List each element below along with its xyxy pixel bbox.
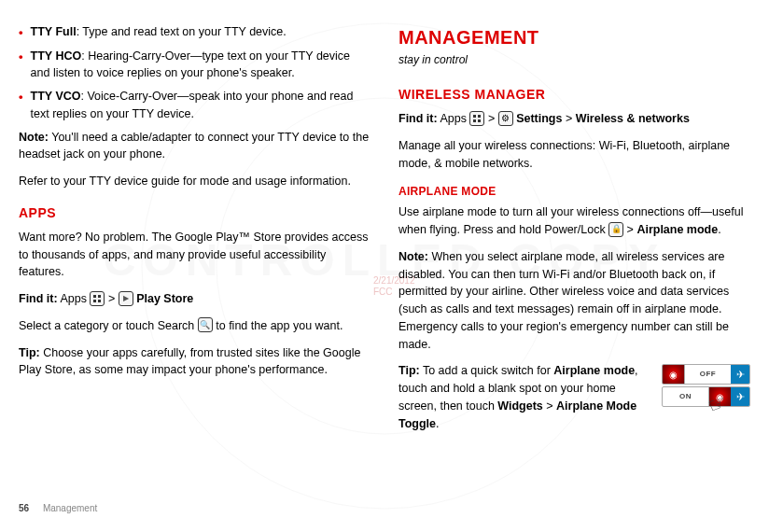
settings-gear-icon [498, 111, 513, 126]
apps-grid-icon [90, 291, 105, 306]
airplane-icon: ✈ [731, 365, 749, 384]
bullet-tty-vco: • TTY VCO: Voice-Carry-Over—speak into y… [19, 88, 371, 123]
tty-refer: Refer to your TTY device guide for mode … [19, 173, 371, 190]
am-b: > [623, 223, 636, 236]
tip-label-left: Tip: [19, 346, 40, 359]
tip-a: To add a quick switch for [420, 364, 554, 377]
tip-text-left: Choose your apps carefully, from trusted… [19, 346, 360, 377]
tip-e: > [543, 399, 556, 413]
management-heading: MANAGEMENT [398, 23, 750, 51]
play-store-label: Play Store [133, 292, 194, 305]
bullet-dot-icon: • [19, 23, 23, 42]
wm-manage-text: Manage all your wireless connections: Wi… [398, 137, 750, 173]
management-tagline: stay in control [398, 51, 750, 68]
gt-1: > [105, 292, 118, 305]
tip-d: Widgets [497, 399, 543, 413]
airplane-mode-tip-block: ◉ OFF ✈ ON ◉ ✈ ☞ Tip: To add a quick swi… [398, 362, 750, 432]
find-it-label: Find it: [19, 292, 58, 305]
wm-find-it: Find it: Apps > Settings > Wireless & ne… [398, 110, 750, 128]
apps-tip: Tip: Choose your apps carefully, from tr… [19, 344, 371, 380]
select-b: to find the app you want. [213, 319, 343, 332]
tty-full-desc: : Type and read text on your TTY device. [77, 25, 287, 38]
toggle-off-label: OFF [685, 369, 731, 380]
tip-g: . [436, 417, 439, 430]
apps-grid-icon [469, 111, 484, 126]
power-lock-icon [608, 222, 623, 237]
airplane-icon: ✈ [731, 387, 749, 406]
select-a: Select a category or touch Search [19, 319, 198, 332]
footer-section: Management [43, 503, 97, 513]
bullet-dot-icon: • [19, 88, 23, 123]
tty-note: Note: You'll need a cable/adapter to con… [19, 129, 371, 164]
bullet-dot-icon: • [19, 48, 23, 83]
find-it-apps-r: Apps [438, 112, 470, 125]
right-column: MANAGEMENT stay in control WIRELESS MANA… [398, 23, 750, 441]
search-icon [198, 317, 213, 332]
bullet-tty-full: • TTY Full: Type and read text on your T… [19, 23, 371, 42]
airplane-mode-heading: AIRPLANE MODE [398, 183, 750, 200]
airplane-mode-intro: Use airplane mode to turn all your wirel… [398, 203, 750, 239]
page-number: 56 [19, 503, 29, 513]
apps-intro: Want more? No problem. The Google Play™ … [19, 229, 371, 281]
tty-full-term: TTY Full [31, 25, 77, 38]
apps-heading: APPS [19, 203, 371, 223]
settings-label: Settings [513, 112, 563, 125]
tty-hco-term: TTY HCO [31, 49, 82, 63]
find-it-apps: Apps [58, 292, 91, 305]
airplane-mode-note: Note: When you select airplane mode, all… [398, 248, 750, 354]
tip-label-r: Tip: [398, 364, 420, 377]
airplane-toggle-figure: ◉ OFF ✈ ON ◉ ✈ ☞ [662, 364, 750, 409]
note-text-r: When you select airplane mode, all wirel… [398, 250, 729, 351]
tip-b: Airplane mode [553, 364, 635, 377]
am-c: Airplane mode [636, 223, 718, 236]
play-store-icon [119, 291, 133, 306]
apps-select: Select a category or touch Search to fin… [19, 317, 371, 335]
note-label: Note: [19, 131, 49, 144]
find-it-label-r: Find it: [398, 112, 438, 125]
gt-r2: > [562, 112, 575, 125]
note-label-r: Note: [398, 250, 428, 263]
note-text: You'll need a cable/adapter to connect y… [19, 131, 369, 161]
left-column: • TTY Full: Type and read text on your T… [19, 23, 371, 441]
toggle-off-row: ◉ OFF ✈ [662, 364, 750, 385]
am-d: . [718, 223, 720, 236]
tty-vco-term: TTY VCO [31, 90, 81, 103]
page-footer: 56 Management [19, 501, 97, 515]
wireless-networks-label: Wireless & networks [576, 112, 690, 125]
apps-find-it: Find it: Apps > Play Store [19, 290, 371, 308]
bullet-tty-hco: • TTY HCO: Hearing-Carry-Over—type text … [19, 48, 371, 83]
toggle-on-label: ON [663, 391, 708, 402]
gt-r1: > [484, 112, 497, 125]
toggle-knob-icon: ◉ [663, 365, 685, 384]
wireless-manager-heading: WIRELESS MANAGER [398, 85, 750, 105]
